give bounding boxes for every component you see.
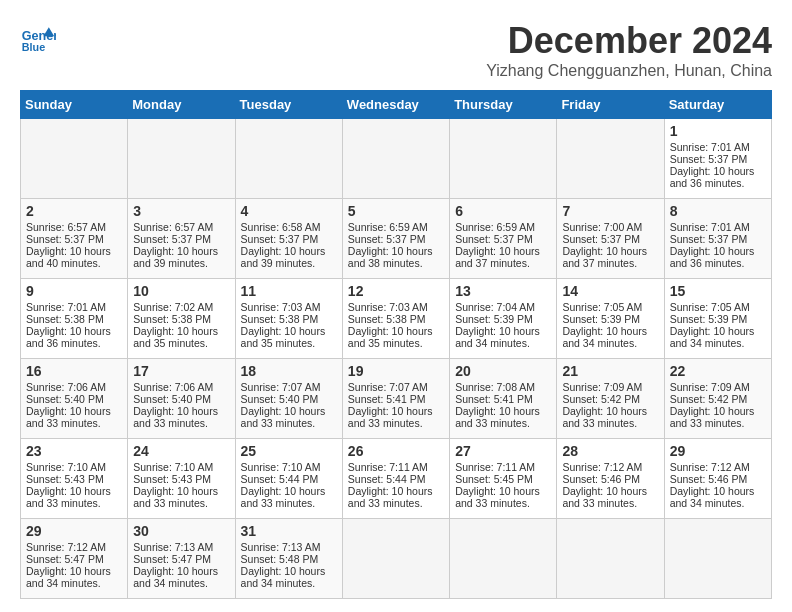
sunset-text: Sunset: 5:37 PM — [26, 233, 122, 245]
sunrise-text: Sunrise: 7:12 AM — [26, 541, 122, 553]
daylight-text: Daylight: 10 hours and 34 minutes. — [455, 325, 551, 349]
day-number: 7 — [562, 203, 658, 219]
sunset-text: Sunset: 5:37 PM — [241, 233, 337, 245]
sunrise-text: Sunrise: 6:59 AM — [348, 221, 444, 233]
sunrise-text: Sunrise: 7:12 AM — [670, 461, 766, 473]
day-header-monday: Monday — [128, 91, 235, 119]
day-header-wednesday: Wednesday — [342, 91, 449, 119]
calendar-cell: 31Sunrise: 7:13 AMSunset: 5:48 PMDayligh… — [235, 519, 342, 599]
daylight-text: Daylight: 10 hours and 38 minutes. — [348, 245, 444, 269]
day-number: 31 — [241, 523, 337, 539]
sunrise-text: Sunrise: 7:01 AM — [670, 141, 766, 153]
title-section: December 2024 Yizhang Chengguanzhen, Hun… — [486, 20, 772, 80]
sunset-text: Sunset: 5:39 PM — [455, 313, 551, 325]
day-number: 27 — [455, 443, 551, 459]
day-number: 3 — [133, 203, 229, 219]
calendar-cell: 1Sunrise: 7:01 AMSunset: 5:37 PMDaylight… — [664, 119, 771, 199]
sunrise-text: Sunrise: 7:01 AM — [670, 221, 766, 233]
calendar-cell — [557, 119, 664, 199]
calendar-cell — [21, 119, 128, 199]
sunset-text: Sunset: 5:37 PM — [455, 233, 551, 245]
sunrise-text: Sunrise: 7:05 AM — [670, 301, 766, 313]
sunrise-text: Sunrise: 7:10 AM — [241, 461, 337, 473]
day-number: 11 — [241, 283, 337, 299]
calendar-cell — [342, 519, 449, 599]
sunrise-text: Sunrise: 7:07 AM — [348, 381, 444, 393]
sunrise-text: Sunrise: 7:00 AM — [562, 221, 658, 233]
daylight-text: Daylight: 10 hours and 34 minutes. — [133, 565, 229, 589]
daylight-text: Daylight: 10 hours and 36 minutes. — [670, 245, 766, 269]
daylight-text: Daylight: 10 hours and 37 minutes. — [562, 245, 658, 269]
sunrise-text: Sunrise: 7:08 AM — [455, 381, 551, 393]
calendar-cell: 19Sunrise: 7:07 AMSunset: 5:41 PMDayligh… — [342, 359, 449, 439]
sunrise-text: Sunrise: 7:01 AM — [26, 301, 122, 313]
calendar-cell: 23Sunrise: 7:10 AMSunset: 5:43 PMDayligh… — [21, 439, 128, 519]
calendar-cell: 11Sunrise: 7:03 AMSunset: 5:38 PMDayligh… — [235, 279, 342, 359]
calendar-cell: 25Sunrise: 7:10 AMSunset: 5:44 PMDayligh… — [235, 439, 342, 519]
day-number: 29 — [670, 443, 766, 459]
day-number: 2 — [26, 203, 122, 219]
calendar-cell — [450, 119, 557, 199]
daylight-text: Daylight: 10 hours and 35 minutes. — [241, 325, 337, 349]
calendar-cell — [342, 119, 449, 199]
sunrise-text: Sunrise: 7:13 AM — [241, 541, 337, 553]
daylight-text: Daylight: 10 hours and 33 minutes. — [348, 405, 444, 429]
day-number: 5 — [348, 203, 444, 219]
logo-icon: General Blue — [20, 20, 56, 56]
sunset-text: Sunset: 5:47 PM — [133, 553, 229, 565]
daylight-text: Daylight: 10 hours and 39 minutes. — [133, 245, 229, 269]
sunrise-text: Sunrise: 7:06 AM — [26, 381, 122, 393]
calendar-cell: 15Sunrise: 7:05 AMSunset: 5:39 PMDayligh… — [664, 279, 771, 359]
day-number: 1 — [670, 123, 766, 139]
sunrise-text: Sunrise: 6:59 AM — [455, 221, 551, 233]
daylight-text: Daylight: 10 hours and 33 minutes. — [133, 405, 229, 429]
day-number: 8 — [670, 203, 766, 219]
sunrise-text: Sunrise: 7:11 AM — [348, 461, 444, 473]
calendar-cell: 14Sunrise: 7:05 AMSunset: 5:39 PMDayligh… — [557, 279, 664, 359]
calendar-week-row: 16Sunrise: 7:06 AMSunset: 5:40 PMDayligh… — [21, 359, 772, 439]
calendar-cell: 9Sunrise: 7:01 AMSunset: 5:38 PMDaylight… — [21, 279, 128, 359]
calendar-cell: 6Sunrise: 6:59 AMSunset: 5:37 PMDaylight… — [450, 199, 557, 279]
calendar-week-row: 23Sunrise: 7:10 AMSunset: 5:43 PMDayligh… — [21, 439, 772, 519]
calendar-cell: 13Sunrise: 7:04 AMSunset: 5:39 PMDayligh… — [450, 279, 557, 359]
day-number: 19 — [348, 363, 444, 379]
sunset-text: Sunset: 5:39 PM — [670, 313, 766, 325]
daylight-text: Daylight: 10 hours and 36 minutes. — [670, 165, 766, 189]
day-number: 4 — [241, 203, 337, 219]
day-number: 28 — [562, 443, 658, 459]
daylight-text: Daylight: 10 hours and 37 minutes. — [455, 245, 551, 269]
daylight-text: Daylight: 10 hours and 33 minutes. — [26, 485, 122, 509]
calendar-cell: 7Sunrise: 7:00 AMSunset: 5:37 PMDaylight… — [557, 199, 664, 279]
sunset-text: Sunset: 5:37 PM — [562, 233, 658, 245]
location: Yizhang Chengguanzhen, Hunan, China — [486, 62, 772, 80]
calendar-cell: 12Sunrise: 7:03 AMSunset: 5:38 PMDayligh… — [342, 279, 449, 359]
daylight-text: Daylight: 10 hours and 34 minutes. — [26, 565, 122, 589]
daylight-text: Daylight: 10 hours and 34 minutes. — [670, 325, 766, 349]
sunset-text: Sunset: 5:40 PM — [133, 393, 229, 405]
sunset-text: Sunset: 5:38 PM — [241, 313, 337, 325]
sunrise-text: Sunrise: 7:11 AM — [455, 461, 551, 473]
day-header-tuesday: Tuesday — [235, 91, 342, 119]
calendar-cell: 5Sunrise: 6:59 AMSunset: 5:37 PMDaylight… — [342, 199, 449, 279]
sunset-text: Sunset: 5:37 PM — [348, 233, 444, 245]
calendar-cell: 4Sunrise: 6:58 AMSunset: 5:37 PMDaylight… — [235, 199, 342, 279]
day-number: 16 — [26, 363, 122, 379]
page-header: General Blue General Blue December 2024 … — [20, 20, 772, 80]
calendar-cell: 30Sunrise: 7:13 AMSunset: 5:47 PMDayligh… — [128, 519, 235, 599]
sunrise-text: Sunrise: 7:02 AM — [133, 301, 229, 313]
sunset-text: Sunset: 5:46 PM — [670, 473, 766, 485]
calendar-header-row: SundayMondayTuesdayWednesdayThursdayFrid… — [21, 91, 772, 119]
day-number: 21 — [562, 363, 658, 379]
calendar-week-row: 2Sunrise: 6:57 AMSunset: 5:37 PMDaylight… — [21, 199, 772, 279]
sunset-text: Sunset: 5:37 PM — [670, 233, 766, 245]
calendar-cell: 26Sunrise: 7:11 AMSunset: 5:44 PMDayligh… — [342, 439, 449, 519]
day-number: 14 — [562, 283, 658, 299]
svg-text:Blue: Blue — [22, 41, 45, 53]
sunset-text: Sunset: 5:42 PM — [562, 393, 658, 405]
sunrise-text: Sunrise: 7:10 AM — [26, 461, 122, 473]
sunrise-text: Sunrise: 7:09 AM — [562, 381, 658, 393]
day-number: 24 — [133, 443, 229, 459]
calendar-cell: 24Sunrise: 7:10 AMSunset: 5:43 PMDayligh… — [128, 439, 235, 519]
calendar-cell: 21Sunrise: 7:09 AMSunset: 5:42 PMDayligh… — [557, 359, 664, 439]
daylight-text: Daylight: 10 hours and 35 minutes. — [348, 325, 444, 349]
